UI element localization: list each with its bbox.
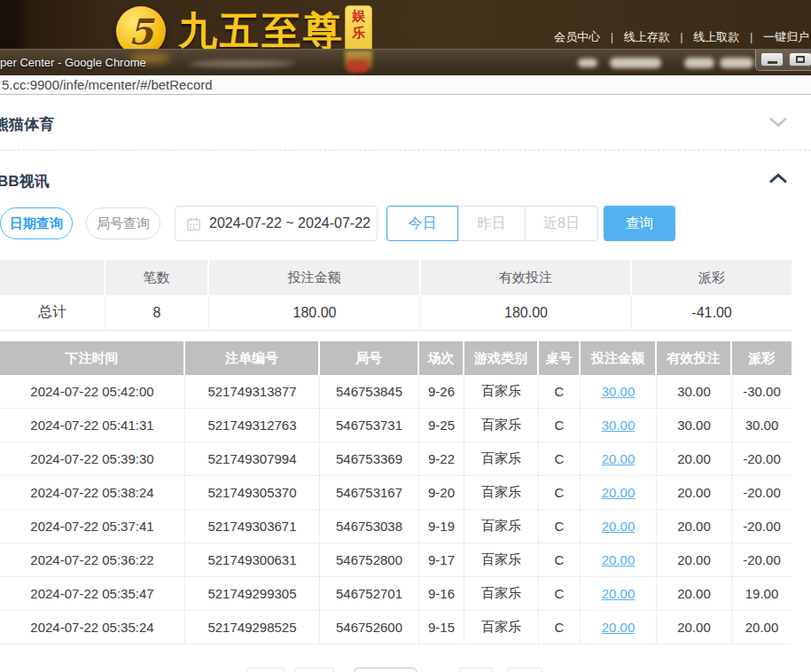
date-query-tab[interactable]: 日期查询	[0, 207, 73, 239]
screen: 5 九五至尊 娱 乐 会员中心 | 线上存款 | 线上取款 | 一键归户 per…	[0, 0, 811, 672]
section-bb-video[interactable]: BB视讯	[0, 151, 811, 197]
today-button[interactable]: 今日	[386, 206, 458, 241]
game-type: 百家乐	[464, 442, 539, 475]
table-code: C	[539, 543, 581, 576]
col-header-round-id: 局号	[320, 341, 419, 375]
order-id: 521749299305	[185, 577, 320, 610]
summary-total-label: 总计	[0, 295, 105, 330]
payout: 20.00	[732, 611, 792, 644]
pagination-current-page[interactable]	[355, 668, 417, 672]
round-query-tab[interactable]: 局号查询	[86, 207, 160, 239]
order-id: 521749300631	[185, 543, 320, 576]
last-8-days-button[interactable]: 近8日	[525, 206, 598, 241]
bet-time: 2024-07-22 05:41:31	[0, 409, 185, 441]
payout: 30.00	[732, 409, 792, 441]
filter-row: 日期查询 局号查询 2024-07-22 ~ 2024-07-22 今日 昨日 …	[0, 206, 811, 241]
round-id: 546752701	[320, 577, 419, 610]
window-titlebar[interactable]: per Center - Google Chrome	[0, 49, 811, 75]
round-id: 546752800	[320, 543, 419, 576]
nav-member-center[interactable]: 会员中心	[554, 30, 600, 43]
bet-record-table: 下注时间 注单编号 局号 场次 游戏类别 桌号 投注金额 有效投注 派彩 202…	[0, 341, 792, 645]
bet-amount: 30.00	[581, 375, 657, 408]
bet-amount-link[interactable]: 20.00	[602, 620, 636, 635]
summary-bet-amount-value: 180.00	[209, 295, 421, 330]
maximize-icon	[796, 56, 805, 63]
payout: -20.00	[732, 510, 792, 543]
valid-bet: 30.00	[657, 375, 732, 408]
valid-bet: 20.00	[657, 510, 732, 543]
blurred-balance	[684, 58, 714, 68]
pagination-button[interactable]	[507, 668, 542, 672]
game-type: 百家乐	[464, 510, 539, 543]
pagination-button[interactable]	[295, 668, 334, 672]
bet-amount-link[interactable]: 20.00	[602, 485, 636, 500]
summary-table: 笔数 投注金额 有效投注 派彩 总计 8 180.00 180.00 -41.0…	[0, 260, 792, 331]
table-code: C	[539, 510, 581, 543]
bet-amount-link[interactable]: 30.00	[602, 418, 636, 433]
bet-time: 2024-07-22 05:37:41	[0, 510, 185, 543]
bet-amount-link[interactable]: 20.00	[602, 552, 636, 567]
nav-online-withdraw[interactable]: 线上取款	[693, 30, 739, 43]
table-row: 2024-07-22 05:41:31521749312763546753731…	[0, 409, 792, 442]
round-id: 546753369	[320, 442, 419, 475]
nav-one-key-transfer[interactable]: 一键归户	[763, 30, 809, 43]
nav-online-deposit[interactable]: 线上存款	[624, 30, 670, 43]
payout: -20.00	[732, 442, 792, 475]
minimize-button[interactable]	[760, 52, 784, 66]
pagination-button[interactable]	[246, 668, 285, 672]
summary-header-count: 笔数	[105, 260, 209, 295]
top-nav: 会员中心 | 线上存款 | 线上取款 | 一键归户	[554, 29, 809, 45]
round-id: 546753038	[320, 510, 419, 543]
table-code: C	[539, 442, 581, 475]
col-header-valid-bet: 有效投注	[657, 341, 732, 375]
session: 9-20	[419, 476, 464, 509]
page-content: 熊猫体育 BB视讯 日期查询 局号查询	[0, 95, 811, 672]
session: 9-25	[419, 409, 464, 441]
url-bar[interactable]: 5.cc:9900/infe/mcenter/#/betRecord	[0, 75, 811, 95]
section-panda-sports[interactable]: 熊猫体育	[0, 95, 811, 151]
summary-valid-bet-value: 180.00	[421, 295, 632, 330]
table-code: C	[539, 611, 581, 644]
search-button[interactable]: 查询	[604, 206, 675, 241]
bet-amount: 20.00	[581, 577, 657, 610]
maximize-button[interactable]	[789, 52, 811, 66]
bet-amount-link[interactable]: 30.00	[602, 384, 636, 399]
bet-amount-link[interactable]: 20.00	[602, 451, 636, 466]
table-code: C	[539, 476, 581, 509]
chevron-down-icon[interactable]	[768, 116, 788, 128]
valid-bet: 30.00	[657, 409, 732, 441]
bet-amount: 20.00	[581, 510, 657, 543]
table-code: C	[539, 409, 581, 441]
quick-date-group: 今日 昨日 近8日	[386, 206, 598, 241]
site-header: 5 九五至尊 娱 乐 会员中心 | 线上存款 | 线上取款 | 一键归户	[0, 0, 811, 49]
bet-amount-link[interactable]: 20.00	[602, 519, 636, 534]
window-title: per Center - Google Chrome	[0, 56, 146, 69]
game-type: 百家乐	[464, 611, 539, 644]
session: 9-19	[419, 510, 464, 543]
summary-header-valid-bet: 有效投注	[421, 260, 632, 295]
date-range-input[interactable]: 2024-07-22 ~ 2024-07-22	[175, 206, 378, 241]
session: 9-15	[419, 611, 464, 644]
blurred-account-label	[578, 59, 597, 67]
bet-amount: 20.00	[581, 611, 657, 644]
nav-separator: |	[680, 30, 682, 43]
summary-header-row: 笔数 投注金额 有效投注 派彩	[0, 260, 792, 295]
nav-separator: |	[750, 30, 753, 43]
section-title-bb-video: BB视讯	[0, 171, 811, 191]
bet-amount: 20.00	[581, 442, 657, 475]
pagination	[0, 668, 811, 672]
col-header-order-id: 注单编号	[185, 341, 320, 375]
table-row: 2024-07-22 05:35:47521749299305546752701…	[0, 577, 792, 611]
calendar-icon	[187, 217, 200, 231]
blurred-balance-value	[720, 58, 753, 68]
yesterday-button[interactable]: 昨日	[457, 206, 526, 241]
order-id: 521749307994	[185, 442, 320, 475]
badge-char: 乐	[352, 25, 365, 42]
bet-time: 2024-07-22 05:38:24	[0, 476, 185, 509]
bet-amount-link[interactable]: 20.00	[602, 586, 636, 601]
game-type: 百家乐	[464, 375, 539, 408]
pagination-button[interactable]	[458, 668, 494, 672]
chevron-up-icon[interactable]	[768, 173, 788, 184]
col-header-table-code: 桌号	[539, 341, 581, 375]
col-header-payout: 派彩	[732, 341, 792, 375]
